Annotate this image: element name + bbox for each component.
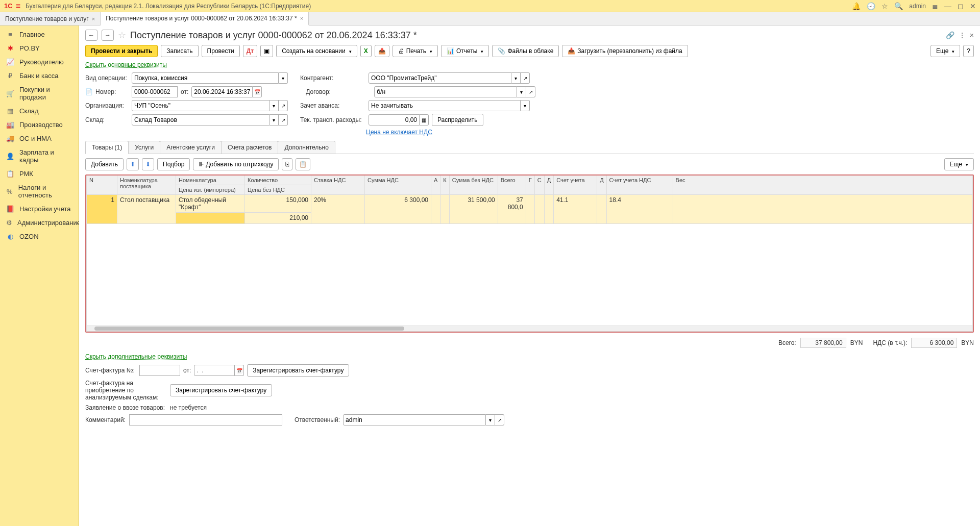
tab-additional[interactable]: Дополнительно <box>278 141 335 154</box>
add-by-barcode-button[interactable]: ⊪ Добавить по штрихкоду <box>193 158 279 170</box>
col-nom[interactable]: Номенклатура <box>176 176 245 185</box>
hamburger-icon[interactable]: ≡ <box>16 2 20 11</box>
op-type-input[interactable] <box>132 72 279 84</box>
star-icon[interactable]: ☆ <box>881 2 888 10</box>
col-qty[interactable]: Количество <box>245 176 311 185</box>
more-menu-icon[interactable]: ⋮ <box>959 31 966 39</box>
comment-input[interactable] <box>129 414 282 425</box>
nav-manager[interactable]: 📈Руководителю <box>0 55 79 69</box>
tab-close-icon[interactable]: × <box>92 16 95 22</box>
user-label[interactable]: admin <box>909 3 926 10</box>
nav-rmk[interactable]: 📋РМК <box>0 167 79 181</box>
cell-a[interactable] <box>431 195 440 224</box>
cell-n[interactable]: 1 <box>87 195 117 224</box>
move-up-button[interactable]: ⬆ <box>127 158 139 170</box>
cell-vat-rate[interactable]: 20% <box>311 195 365 224</box>
cell-c[interactable] <box>534 195 544 224</box>
nav-assets[interactable]: 🚚ОС и НМА <box>0 132 79 145</box>
col-account[interactable]: Счет учета <box>554 176 597 195</box>
settings-icon[interactable]: ≣ <box>932 2 938 10</box>
nav-taxes[interactable]: %Налоги и отчетность <box>0 181 79 202</box>
nav-ozon[interactable]: ◐OZON <box>0 230 79 243</box>
cell-vat-account[interactable]: 18.4 <box>606 195 673 224</box>
col-a[interactable]: А <box>431 176 440 195</box>
grid-empty-area[interactable] <box>86 224 973 326</box>
col-price-no-vat[interactable]: Цена без НДС <box>245 185 311 195</box>
structure-button[interactable]: ▣ <box>260 45 273 57</box>
dropdown-icon[interactable]: ▾ <box>517 86 526 97</box>
favorite-icon[interactable]: ☆ <box>118 30 126 41</box>
window-tab-0[interactable]: Поступление товаров и услуг × <box>0 12 101 25</box>
hide-addl-req-link[interactable]: Скрыть дополнительные реквизиты <box>85 353 187 360</box>
hide-main-req-link[interactable]: Скрыть основные реквизиты <box>85 61 167 68</box>
post-and-close-button[interactable]: Провести и закрыть <box>85 45 158 57</box>
col-vat-account[interactable]: Счет учета НДС <box>606 176 673 195</box>
open-icon[interactable]: ↗ <box>526 86 535 97</box>
nav-main[interactable]: ≡Главное <box>0 28 79 41</box>
table-more-button[interactable]: Еще <box>944 158 974 170</box>
table-row[interactable]: 1 Стол поставщика Стол обеденный "Крафт"… <box>87 195 973 213</box>
paste-button[interactable]: 📋 <box>296 158 310 170</box>
save-button[interactable]: Записать <box>161 45 198 57</box>
calendar-icon[interactable]: 📅 <box>253 86 262 97</box>
col-mfr-price[interactable]: Цена изг. (импортера) <box>176 185 245 195</box>
tab-services[interactable]: Услуги <box>128 141 160 154</box>
advance-input[interactable] <box>369 100 521 111</box>
maximize-icon[interactable]: ◻ <box>958 2 964 10</box>
col-n[interactable]: N <box>87 176 117 195</box>
calculator-icon[interactable]: ▦ <box>420 114 429 126</box>
dtct-button[interactable]: Дт <box>243 45 257 57</box>
number-input[interactable] <box>132 86 178 97</box>
cell-account[interactable]: 41.1 <box>554 195 597 224</box>
help-button[interactable]: ? <box>963 45 974 57</box>
cell-vat-sum[interactable]: 6 300,00 <box>365 195 431 224</box>
nav-settings[interactable]: 📕Настройки учета <box>0 202 79 216</box>
dropdown-icon[interactable]: ▾ <box>511 72 521 84</box>
col-k[interactable]: К <box>440 176 449 195</box>
cell-k[interactable] <box>440 195 449 224</box>
col-c[interactable]: С <box>534 176 544 195</box>
col-vat-rate[interactable]: Ставка НДС <box>311 176 365 195</box>
bell-icon[interactable]: 🔔 <box>852 2 861 10</box>
dropdown-icon[interactable]: ▾ <box>270 114 279 126</box>
open-icon[interactable]: ↗ <box>521 72 530 84</box>
tab-close-icon[interactable]: × <box>300 15 303 21</box>
minimize-icon[interactable]: — <box>944 2 951 10</box>
transp-input[interactable] <box>369 114 420 126</box>
col-vat-sum[interactable]: Сумма НДС <box>365 176 431 195</box>
dropdown-icon[interactable]: ▾ <box>279 72 288 84</box>
contract-input[interactable] <box>374 86 517 97</box>
dropdown-icon[interactable]: ▾ <box>270 100 279 111</box>
nav-admin[interactable]: ⚙Администрирование <box>0 216 79 230</box>
nav-sales[interactable]: 🛒Покупки и продажи <box>0 83 79 104</box>
history-icon[interactable]: 🕘 <box>867 2 875 10</box>
col-sum-no-vat[interactable]: Сумма без НДС <box>449 176 498 195</box>
back-button[interactable]: ← <box>85 30 97 41</box>
copy-button[interactable]: ⎘ <box>282 158 292 170</box>
nav-warehouse[interactable]: ▦Склад <box>0 104 79 118</box>
cell-weight[interactable] <box>673 195 972 224</box>
cell-nom[interactable]: Стол обеденный "Крафт" <box>176 195 245 213</box>
close-doc-icon[interactable]: × <box>970 31 974 39</box>
pick-button[interactable]: Подбор <box>157 158 190 170</box>
move-down-button[interactable]: ⬇ <box>142 158 154 170</box>
reports-button[interactable]: 📊 Отчеты <box>441 45 489 57</box>
edi-button[interactable]: 📤 <box>375 45 389 57</box>
invoice-date-input[interactable] <box>194 365 235 376</box>
distribute-button[interactable]: Распределить <box>432 114 483 126</box>
window-tab-1[interactable]: Поступление товаров и услуг 0000-000062 … <box>101 12 309 26</box>
tab-agent[interactable]: Агентские услуги <box>160 141 222 154</box>
tab-accounts[interactable]: Счета расчетов <box>221 141 279 154</box>
cell-d[interactable] <box>544 195 553 224</box>
register-invoice-button[interactable]: Зарегистрировать счет-фактуру <box>247 364 349 377</box>
close-icon[interactable]: ✕ <box>970 2 976 10</box>
col-weight[interactable]: Вес <box>673 176 972 195</box>
cell-g[interactable] <box>526 195 534 224</box>
cell-mfr-price[interactable] <box>176 213 245 224</box>
col-total[interactable]: Всего <box>498 176 526 195</box>
nav-bank[interactable]: ₽Банк и касса <box>0 69 79 83</box>
tab-goods[interactable]: Товары (1) <box>85 141 129 154</box>
open-icon[interactable]: ↗ <box>279 114 288 126</box>
excel-button[interactable]: X <box>360 45 372 57</box>
col-g[interactable]: Г <box>526 176 534 195</box>
